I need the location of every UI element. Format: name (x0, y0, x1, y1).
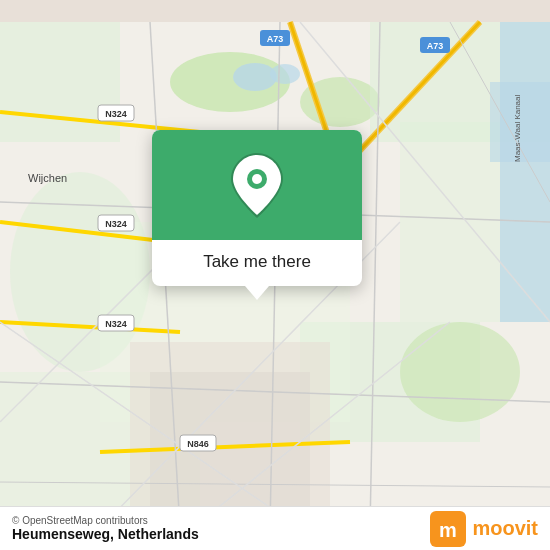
svg-text:N324: N324 (105, 219, 127, 229)
location-pin-icon (231, 153, 283, 218)
moovit-text: moovit (472, 517, 538, 540)
svg-point-14 (270, 64, 300, 84)
attribution-text: © OpenStreetMap contributors (12, 515, 199, 526)
svg-point-52 (252, 174, 262, 184)
svg-text:N846: N846 (187, 439, 209, 449)
take-me-there-button[interactable]: Take me there (203, 252, 311, 272)
bottom-bar: © OpenStreetMap contributors Heumenseweg… (0, 506, 550, 550)
svg-point-13 (233, 63, 277, 91)
popup-arrow (245, 286, 269, 300)
svg-text:A73: A73 (267, 34, 284, 44)
svg-text:m: m (440, 519, 458, 541)
location-name-text: Heumenseweg, (12, 526, 114, 542)
location-info: © OpenStreetMap contributors Heumenseweg… (12, 515, 199, 542)
location-name: Heumenseweg, Netherlands (12, 526, 199, 542)
moovit-logo: m moovit (430, 511, 538, 547)
svg-rect-11 (500, 22, 550, 322)
moovit-icon: m (430, 511, 466, 547)
svg-point-8 (400, 322, 520, 422)
svg-text:Maas-Waal Kanaal: Maas-Waal Kanaal (513, 94, 522, 162)
popup-header (152, 130, 362, 240)
map-container: N324 N324 N324 A73 A73 N846 Wijchen Maas… (0, 0, 550, 550)
svg-text:Wijchen: Wijchen (28, 172, 67, 184)
svg-text:A73: A73 (427, 41, 444, 51)
location-country-text: Netherlands (118, 526, 199, 542)
popup-bottom: Take me there (152, 240, 362, 286)
popup-card: Take me there (152, 130, 362, 286)
svg-text:N324: N324 (105, 109, 127, 119)
svg-text:N324: N324 (105, 319, 127, 329)
